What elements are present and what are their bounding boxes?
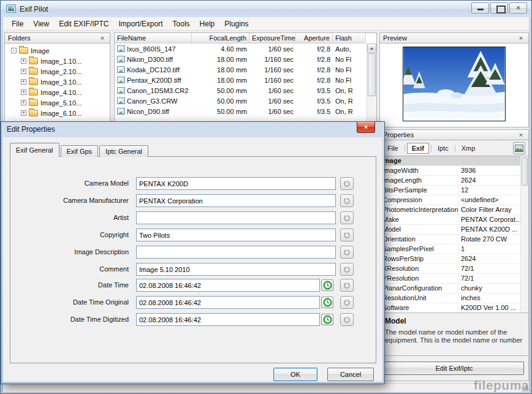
date-time-input[interactable] (136, 279, 320, 292)
undo-button[interactable] (340, 246, 354, 259)
expand-icon[interactable]: + (21, 69, 26, 74)
comment-input[interactable] (136, 263, 336, 276)
property-row[interactable]: BitsPerSample12 (380, 186, 520, 195)
table-row[interactable]: Canon_G3.CRW 50.00 mm 1/60 sec f/3.5 On,… (115, 96, 366, 106)
ok-button[interactable]: OK (273, 368, 317, 381)
undo-button[interactable] (340, 296, 354, 309)
tree-item[interactable]: + Image_3.10... (5, 77, 110, 87)
property-row[interactable]: ResolutionUnitinches (380, 294, 520, 303)
folder-icon (29, 99, 38, 106)
close-icon[interactable]: × (98, 34, 107, 42)
menu-item-view[interactable]: View (28, 18, 54, 30)
column-header-focallength[interactable]: FocalLength (192, 33, 249, 44)
expand-icon[interactable]: + (21, 110, 26, 116)
expand-icon[interactable]: + (21, 79, 26, 85)
tab-exif-general[interactable]: Exif General (10, 143, 59, 157)
property-row[interactable]: ImageLength2624 (380, 176, 520, 186)
property-row[interactable]: XResolution72/1 (380, 264, 520, 274)
table-row[interactable]: Pentax_K200D.tiff 18.00 mm 1/160 sec f/2… (115, 75, 366, 85)
table-row[interactable]: Canon_1DSM3.CR2 50.00 mm 1/60 sec f/3.5 … (115, 85, 366, 96)
undo-button[interactable] (340, 211, 354, 224)
undo-button[interactable] (340, 177, 354, 190)
scroll-up-icon[interactable]: ▲ (367, 44, 376, 53)
properties-panel: Properties × File Exif Iptc Xmp Image Im… (379, 129, 529, 381)
expand-icon[interactable]: + (21, 89, 26, 95)
collapse-icon[interactable]: - (11, 48, 17, 53)
undo-button[interactable] (340, 194, 354, 207)
table-row[interactable]: Nikon_D300.tiff 18.00 mm 1/160 sec f/2.8… (115, 54, 366, 64)
title-bar[interactable]: Exif Pilot × (1, 1, 531, 17)
menu-item-plugins[interactable]: Plugins (219, 18, 253, 30)
expand-icon[interactable]: + (21, 58, 26, 64)
property-row[interactable]: RowsPerStrip2624 (380, 254, 520, 264)
minimize-button[interactable] (471, 2, 489, 13)
preview-panel-header: Preview × (379, 32, 529, 44)
date-time-digitized-input[interactable] (136, 313, 320, 326)
undo-button[interactable] (340, 279, 354, 292)
menu-item-help[interactable]: Help (195, 18, 220, 30)
menu-item-edit-exif-iptc[interactable]: Edit EXIF/IPTC (54, 18, 113, 30)
copyright-input[interactable] (136, 229, 336, 241)
table-row[interactable]: Ixus_860IS_147 4.60 mm 1/60 sec f/2.8 Au… (115, 44, 366, 54)
date-time-original-input[interactable] (136, 296, 320, 309)
property-row-model[interactable]: ModelPENTAX K200D ... (380, 225, 520, 235)
undo-icon (343, 197, 351, 205)
undo-button[interactable] (340, 263, 354, 276)
table-row[interactable]: Nicon_D90.tiff 50.00 mm 1/60 sec f/3.5 O… (115, 106, 366, 116)
close-icon[interactable]: × (517, 131, 525, 139)
tree-item[interactable]: + Image_5.10... (5, 97, 110, 108)
menu-item-import-export[interactable]: Import/Export (114, 18, 168, 30)
image-file-icon (117, 56, 125, 63)
tab-exif[interactable]: Exif (407, 143, 429, 154)
picture-icon (515, 145, 523, 152)
dialog-close-button[interactable]: × (357, 122, 375, 133)
artist-input[interactable] (136, 211, 336, 224)
property-row[interactable]: SoftwareK200D Ver 1.00 ... (380, 303, 520, 313)
undo-button[interactable] (340, 313, 354, 326)
properties-scrollbar[interactable] (520, 156, 528, 313)
clock-icon (323, 315, 332, 324)
datetime-picker-button[interactable] (321, 297, 333, 308)
column-header-aperture[interactable]: Aperture (296, 33, 333, 44)
tab-file[interactable]: File (383, 143, 403, 153)
column-header-filename[interactable]: FileName (115, 33, 192, 44)
expand-icon[interactable]: + (21, 100, 26, 105)
cancel-button[interactable]: Cancel (327, 368, 374, 381)
tab-xmp[interactable]: Xmp (457, 143, 480, 153)
column-header-flash[interactable]: Flash (333, 33, 366, 44)
tab-iptc[interactable]: Iptc (433, 143, 453, 153)
maximize-button[interactable] (490, 2, 508, 13)
tree-item[interactable]: + Image_4.10... (5, 87, 110, 97)
tab-exif-gps[interactable]: Exif Gps (61, 145, 99, 157)
property-row[interactable]: Compression<undefined> (380, 195, 520, 205)
table-row[interactable]: Kodak_DC120.tiff 18.00 mm 1/160 sec f/2.… (115, 64, 366, 75)
undo-button[interactable] (340, 229, 354, 241)
property-row[interactable]: YResolution72/1 (380, 274, 520, 284)
edit-exif-iptc-button[interactable]: Edit Exif/Iptc (384, 362, 524, 375)
close-icon[interactable]: × (517, 34, 525, 42)
tree-item[interactable]: + Image_2.10... (5, 66, 110, 77)
tree-item[interactable]: + Image_1.10... (5, 56, 110, 66)
close-button[interactable]: × (509, 2, 527, 13)
view-options-button[interactable] (513, 142, 525, 154)
column-header-exposuretime[interactable]: ExposureTime (249, 33, 296, 44)
property-row[interactable]: PlanarConfigurationchunky (380, 284, 520, 294)
menu-item-tools[interactable]: Tools (168, 18, 195, 30)
preview-panel-title: Preview (383, 34, 407, 42)
property-row[interactable]: MakePENTAX Corporat... (380, 215, 520, 225)
datetime-picker-button[interactable] (321, 279, 333, 291)
scrollbar-thumb[interactable] (522, 157, 528, 186)
property-row[interactable]: PhotometricInterpretationColor Filter Ar… (380, 205, 520, 215)
property-row[interactable]: SamplesPerPixel1 (380, 244, 520, 254)
tab-iptc-general[interactable]: Iptc General (99, 145, 148, 157)
scrollbar-thumb[interactable] (368, 53, 376, 96)
camera-manufacturer-input[interactable] (136, 194, 336, 207)
property-row[interactable]: ImageWidth3936 (380, 166, 520, 176)
datetime-picker-button[interactable] (321, 314, 333, 325)
property-row[interactable]: OrientationRotate 270 CW (380, 235, 520, 244)
camera-model-input[interactable] (136, 177, 336, 190)
tree-item-image[interactable]: - Image (5, 45, 110, 56)
tree-item[interactable]: + Image_6.10... (5, 108, 110, 118)
image-description-input[interactable] (136, 246, 336, 259)
menu-item-file[interactable]: File (7, 18, 28, 30)
